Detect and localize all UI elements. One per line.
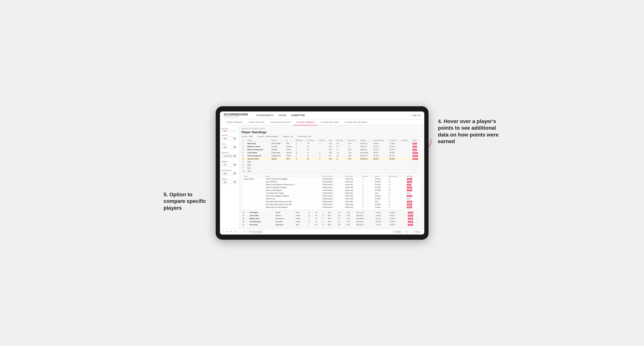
share-btn[interactable]: ↗ Share bbox=[412, 230, 422, 233]
row-points[interactable] bbox=[412, 164, 422, 167]
row-vs-top50 bbox=[400, 164, 411, 167]
tab-team-h2h-heatmap[interactable]: TEAM H2H HEATMAP bbox=[267, 120, 294, 125]
tab-player-h2h-heatmap[interactable]: PLAYER H2H HEATMAP bbox=[342, 120, 370, 125]
row-overall: 27-10-2 bbox=[372, 154, 388, 157]
toolbar-icon2[interactable]: 📋 bbox=[234, 231, 236, 233]
tooltip-row-rank-impact: +1 bbox=[388, 186, 406, 189]
tooltip-col-event: Event bbox=[265, 175, 322, 177]
row-no-rds bbox=[318, 170, 328, 173]
row-yr bbox=[286, 170, 295, 173]
tooltip-row-player bbox=[243, 197, 265, 200]
watch-icon: 👁 bbox=[394, 231, 396, 233]
watch-btn[interactable]: 👁 Watch bbox=[392, 230, 402, 233]
sign-out-link[interactable]: Sign out bbox=[412, 114, 420, 116]
row-reg-rank: 1 bbox=[295, 145, 306, 148]
app-header: SCOREBOARD Powered by clippi TOURNAMENTS… bbox=[220, 112, 424, 120]
year-select[interactable]: (All) bbox=[222, 146, 237, 149]
row-avg-sg bbox=[359, 160, 372, 164]
tooltip-row-division: NCAA Division I bbox=[322, 186, 344, 189]
toolbar-undo[interactable]: ↩ bbox=[223, 231, 224, 233]
add-row-rank: 26 bbox=[242, 223, 249, 226]
nav-teams[interactable]: TEAMS bbox=[278, 113, 286, 117]
row-avg-sg: 208-09-13 bbox=[359, 148, 372, 151]
nav-tournaments[interactable]: TOURNAMENTS bbox=[256, 113, 274, 117]
nav-committee[interactable]: COMMITTEE bbox=[291, 113, 305, 117]
add-row-avg-sg: 509-26-12 bbox=[356, 214, 375, 217]
tooltip-row-player bbox=[243, 180, 265, 183]
row-no-rds: 2 bbox=[318, 157, 328, 160]
col-reg-rank: Reg Rank bbox=[295, 139, 306, 142]
section-title: Player Standings bbox=[242, 130, 422, 134]
tooltip-col-rounds: Rounds bbox=[362, 175, 374, 177]
row-conf-rank bbox=[306, 164, 318, 167]
region-select[interactable]: N/A bbox=[222, 163, 237, 167]
conference-select[interactable]: (All) bbox=[222, 172, 237, 175]
tab-player-h2h-grid[interactable]: PLAYER H2H GRID bbox=[318, 120, 342, 125]
row-no-rds: 2 bbox=[318, 151, 328, 154]
row-points[interactable]: 76.2 bbox=[412, 145, 422, 148]
add-row-points[interactable]: 60.27 bbox=[407, 214, 421, 217]
tooltip-row-rank-impact: +1 bbox=[388, 192, 406, 195]
player-select[interactable]: (All) bbox=[222, 180, 237, 184]
row-school bbox=[270, 164, 286, 167]
row-vs-top25: 35-16-4 bbox=[388, 145, 400, 148]
add-row-points[interactable]: 60.02 bbox=[407, 217, 421, 220]
row-overall: 29-15-0 bbox=[372, 142, 388, 145]
tooltip-row-status: NULL bbox=[374, 200, 388, 203]
no-rds-section: No Rds. 4 52 bbox=[222, 128, 237, 132]
row-points[interactable] bbox=[412, 170, 422, 173]
tab-team-h2h-grid[interactable]: TEAM H2H GRID bbox=[246, 120, 267, 125]
standings-table: # Player School Yr Reg Rank Conf Rank No… bbox=[242, 139, 422, 173]
row-no-rds bbox=[318, 164, 328, 167]
filter-region: Region: All bbox=[283, 135, 292, 138]
add-row-avg-to-par: 1.65 bbox=[346, 220, 356, 223]
row-overall: 10-12-0 bbox=[372, 148, 388, 151]
row-yr bbox=[286, 167, 295, 170]
toolbar-download[interactable]: ⬇ bbox=[405, 230, 409, 233]
division-select[interactable]: NCAA Division I bbox=[222, 154, 237, 158]
add-row-points[interactable]: 58.49 bbox=[407, 223, 421, 226]
row-yr bbox=[286, 160, 295, 164]
row-adj-score bbox=[335, 164, 348, 167]
row-points[interactable]: 68.34 bbox=[412, 151, 422, 154]
add-row-points[interactable]: 59.95 bbox=[407, 220, 421, 223]
tooltip-row-rounds: 3 bbox=[362, 195, 374, 197]
tooltip-row-type: Stroke Play bbox=[344, 186, 362, 189]
division-section: Division NCAA Division I bbox=[222, 152, 237, 158]
toolbar-icon3[interactable]: — • bbox=[239, 231, 241, 233]
row-conf-rank bbox=[306, 160, 318, 164]
tooltip-row-division: NCAA Division I bbox=[322, 203, 344, 206]
col-vs-top50: Vs Top 50 bbox=[400, 139, 411, 142]
tooltip-row-rounds: 3 bbox=[362, 197, 374, 200]
add-row-yr: Third bbox=[295, 211, 308, 214]
no-rds-slider[interactable] bbox=[223, 131, 234, 131]
row-points[interactable]: 58.18 bbox=[412, 157, 422, 160]
add-row-player: Bastien Amat bbox=[249, 217, 274, 220]
toolbar-icon1[interactable]: ⚙ bbox=[230, 231, 232, 233]
row-points[interactable]: 70.2 bbox=[412, 148, 422, 151]
toolbar-redo[interactable]: ↪ bbox=[226, 231, 228, 233]
tooltip-row-status: PLAYED bbox=[374, 189, 388, 192]
row-adj-score: -2 bbox=[335, 157, 348, 160]
row-player: Jacot bbox=[246, 170, 270, 173]
annotation-left: 5. Option to compare specific players bbox=[164, 191, 211, 212]
add-row-no-rds: 0 bbox=[322, 220, 327, 223]
gender-select[interactable]: Men Women bbox=[222, 137, 237, 140]
row-no-rds bbox=[318, 148, 328, 151]
add-row-avg-to-par: 1.43 bbox=[346, 211, 356, 214]
row-points[interactable] bbox=[412, 160, 422, 164]
row-no-rds: 2 bbox=[318, 154, 328, 157]
tab-player-summary[interactable]: PLAYER SUMMARY bbox=[294, 120, 318, 125]
toolbar-icon4[interactable]: ⏱ bbox=[244, 231, 245, 233]
tooltip-row-type: Match Play bbox=[344, 192, 362, 195]
row-points[interactable]: 88.2 bbox=[412, 142, 422, 145]
row-points[interactable]: 60.89 bbox=[412, 154, 422, 157]
row-vs-top50 bbox=[400, 157, 411, 160]
tab-team-summary[interactable]: TEAM SUMMARY bbox=[224, 120, 246, 125]
row-points[interactable] bbox=[412, 167, 422, 170]
add-row-school: Missouri bbox=[274, 214, 295, 217]
row-avg-to-par: 3.28 bbox=[347, 148, 359, 151]
tooltip-row-points: 24.11 bbox=[406, 192, 420, 195]
add-row-points[interactable]: 60.68 bbox=[407, 211, 421, 214]
view-original-btn[interactable]: 👁 View: Original bbox=[248, 230, 264, 233]
